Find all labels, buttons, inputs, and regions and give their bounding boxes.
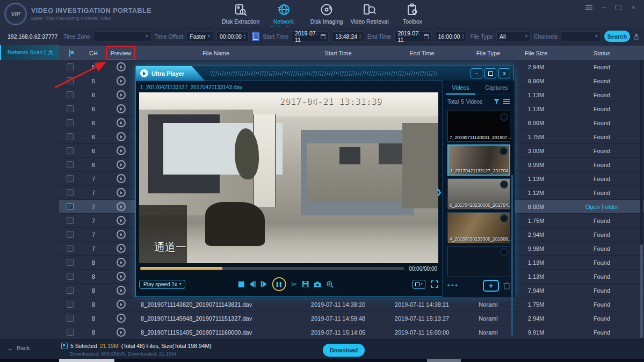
cell-status[interactable]: Found — [560, 92, 644, 98]
header-end-time[interactable]: End Time — [380, 50, 464, 56]
row-checkbox[interactable]: ✓ — [67, 329, 74, 336]
cell-status[interactable]: Found — [560, 120, 644, 126]
stop-icon[interactable] — [238, 281, 244, 287]
time-zone-select[interactable]: ▾ — [93, 31, 151, 42]
horizontal-scrollbar[interactable] — [0, 359, 644, 362]
minimize-icon[interactable]: – — [602, 3, 606, 11]
row-checkbox[interactable]: ✓ — [67, 315, 74, 322]
calendar-icon[interactable] — [424, 34, 429, 39]
header-status[interactable]: Status — [560, 50, 644, 56]
video-frame[interactable]: 2017-04-21 13:31:39 通道一 — [139, 92, 438, 263]
player-minimize-button[interactable]: – — [471, 68, 482, 78]
previous-frame-icon[interactable] — [249, 281, 255, 287]
cell-status[interactable]: Found — [560, 64, 644, 70]
cell-status[interactable]: Found — [560, 287, 644, 294]
cell-status[interactable]: Found — [560, 148, 644, 154]
cell-status[interactable]: Found — [560, 259, 644, 266]
trash-icon[interactable] — [503, 282, 510, 289]
preview-play-icon[interactable] — [117, 230, 126, 239]
preview-play-icon[interactable] — [117, 62, 126, 71]
list-view-icon[interactable] — [503, 99, 510, 104]
row-checkbox[interactable]: ✓ — [67, 203, 74, 210]
calculator-icon[interactable] — [252, 32, 259, 41]
row-checkbox[interactable]: ✓ — [67, 245, 74, 252]
display-mode-button[interactable]: ▾ — [413, 280, 425, 289]
preview-play-icon[interactable] — [117, 174, 126, 183]
player-close-button[interactable]: x — [498, 68, 510, 78]
row-checkbox[interactable]: ✓ — [67, 259, 74, 266]
table-row[interactable]: ✓ 8 8_20190711143820_20190711143821.dav … — [59, 298, 644, 312]
start-date-input[interactable]: 2019-07-11 — [292, 31, 329, 42]
player-maximize-button[interactable] — [484, 68, 496, 78]
row-checkbox[interactable]: ✓ — [67, 91, 74, 98]
select-all-checkbox[interactable] — [69, 49, 70, 57]
spinner-icon[interactable]: ▴▾ — [244, 34, 245, 39]
play-speed-button[interactable]: Play speed 1x ▾ — [139, 280, 185, 289]
calendar-icon[interactable] — [321, 34, 325, 39]
cell-status[interactable]: Found — [560, 218, 644, 224]
add-button[interactable]: + — [483, 280, 499, 292]
search-button[interactable]: Search — [604, 31, 631, 42]
back-button[interactable]: ← Back — [8, 345, 30, 351]
header-start-time[interactable]: Start Time — [296, 50, 380, 56]
time-offset-select[interactable]: Faster ▾ — [186, 31, 213, 42]
offset-time-input[interactable]: 00:00:00 ▴▾ — [216, 31, 249, 42]
player-title-bar[interactable]: Ultra Player – x — [136, 66, 513, 81]
hscroll-thumb[interactable] — [427, 359, 461, 362]
header-ch[interactable]: CH — [81, 50, 106, 56]
cell-status[interactable]: Found — [560, 106, 644, 112]
fullscreen-icon[interactable] — [431, 280, 438, 288]
row-checkbox[interactable]: ✓ — [67, 301, 74, 308]
table-scrollbar-thumb[interactable] — [640, 244, 643, 338]
video-thumbnail[interactable] — [447, 246, 510, 277]
cell-status[interactable]: Found — [560, 329, 644, 336]
pause-icon[interactable] — [272, 277, 286, 291]
spinner-icon[interactable]: ▴▾ — [359, 34, 361, 39]
preview-play-icon[interactable] — [117, 216, 126, 225]
row-checkbox[interactable]: ✓ — [67, 231, 74, 238]
tab-captures[interactable]: Captures — [479, 81, 515, 95]
end-time-input[interactable]: 16:00:00 ▴▾ — [435, 31, 467, 42]
preview-play-icon[interactable] — [117, 258, 126, 267]
spinner-icon[interactable]: ▴▾ — [462, 34, 464, 39]
cell-status[interactable]: Found — [560, 231, 644, 238]
cell-status[interactable]: Found — [560, 273, 644, 280]
cell-status[interactable]: Found — [560, 245, 644, 252]
row-checkbox[interactable]: ✓ — [67, 217, 74, 224]
menu-icon[interactable] — [585, 5, 592, 10]
row-checkbox[interactable]: ✓ — [67, 147, 74, 154]
cell-status[interactable]: Found — [560, 162, 644, 168]
table-row[interactable]: ✓ 8 8_20190711145948_20190711151327.dav … — [59, 312, 644, 325]
video-thumbnail[interactable]: 4_20160630233606_201606... — [447, 212, 510, 243]
cell-status[interactable]: Found — [560, 134, 644, 140]
start-time-input[interactable]: 13:48:24 ▴▾ — [332, 31, 364, 42]
camera-icon[interactable] — [314, 281, 321, 287]
preview-play-icon[interactable] — [117, 90, 126, 99]
preview-play-icon[interactable] — [117, 104, 126, 113]
header-file-name[interactable]: File Name — [135, 50, 296, 56]
hscroll-thumb[interactable] — [59, 359, 114, 362]
video-thumbnail[interactable]: 1_20170421133127_201704... — [447, 144, 510, 176]
video-thumbnail[interactable]: 6_20170420230000_201704... — [447, 178, 510, 209]
preview-play-icon[interactable] — [117, 328, 126, 337]
end-date-input[interactable]: 2019-07-11 — [394, 31, 431, 42]
preview-play-icon[interactable] — [117, 118, 126, 127]
preview-play-icon[interactable] — [117, 76, 126, 85]
tab-videos[interactable]: Videos — [443, 81, 479, 95]
header-file-size[interactable]: File Size — [512, 50, 560, 56]
row-checkbox[interactable]: ✓ — [67, 175, 74, 182]
video-thumbnail[interactable]: 7_20190711140031_201907... — [447, 111, 510, 142]
preview-play-icon[interactable] — [117, 286, 126, 295]
filter-funnel-icon[interactable] — [494, 99, 500, 105]
cell-status[interactable]: Found — [560, 190, 644, 196]
zoom-icon[interactable] — [327, 281, 334, 288]
cell-status[interactable]: Found — [560, 315, 644, 322]
preview-play-icon[interactable] — [117, 132, 126, 141]
cell-status[interactable]: Found — [560, 301, 644, 308]
close-icon[interactable]: × — [631, 3, 635, 11]
preview-play-icon[interactable] — [117, 300, 126, 309]
file-type-select[interactable]: All ▾ — [496, 31, 531, 42]
save-icon[interactable] — [302, 281, 309, 287]
timeline-track[interactable] — [140, 267, 404, 270]
preview-play-icon[interactable] — [117, 244, 126, 253]
